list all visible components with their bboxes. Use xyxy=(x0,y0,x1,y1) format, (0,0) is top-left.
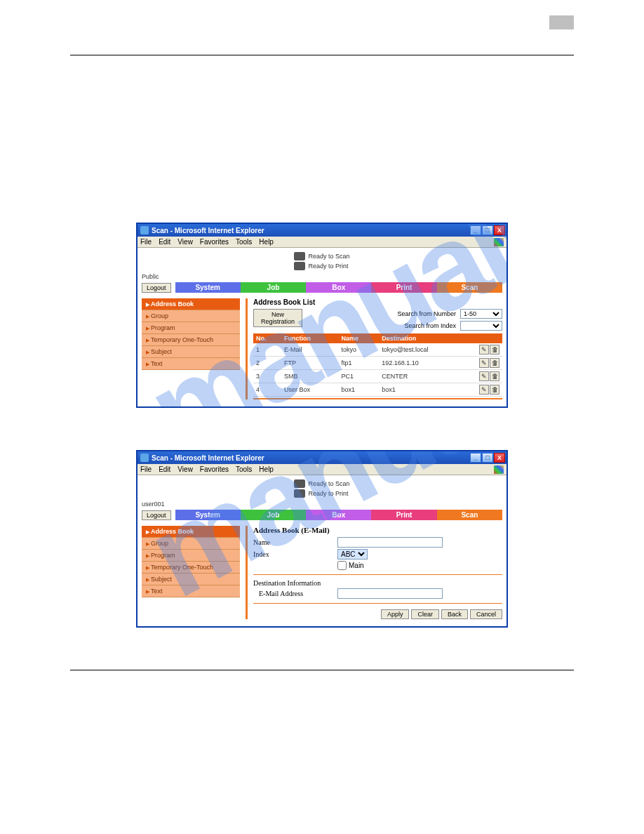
destination-heading: Destination Information xyxy=(253,579,502,587)
new-registration-button[interactable]: New Registration xyxy=(253,309,302,327)
email-input[interactable] xyxy=(337,588,443,599)
sidebar-item-subject[interactable]: Subject xyxy=(142,346,240,358)
col-destination: Destination xyxy=(379,333,471,343)
windows-flag-icon xyxy=(494,465,504,474)
top-rule xyxy=(70,55,574,55)
device-status: Ready to Scan Ready to Print xyxy=(294,252,349,270)
col-name: Name xyxy=(339,333,380,343)
menu-favorites[interactable]: Favorites xyxy=(200,465,229,473)
window-titlebar: Scan - Microsoft Internet Explorer _ □ X xyxy=(137,224,507,237)
delete-icon[interactable]: 🗑 xyxy=(490,385,499,395)
maximize-button[interactable]: □ xyxy=(482,453,493,463)
status-print: Ready to Print xyxy=(308,490,348,497)
search-number-label: Search from Number xyxy=(397,310,456,317)
tab-system[interactable]: System xyxy=(175,282,241,293)
clear-button[interactable]: Clear xyxy=(411,609,439,619)
windows-flag-icon xyxy=(494,238,504,246)
table-row: 3SMBPC1CENTER✎🗑 xyxy=(253,370,502,383)
tab-scan[interactable]: Scan xyxy=(437,282,502,293)
menu-bar: File Edit View Favorites Tools Help xyxy=(137,237,507,248)
name-input[interactable] xyxy=(337,537,443,548)
sidebar-item-text[interactable]: Text xyxy=(142,585,240,597)
delete-icon[interactable]: 🗑 xyxy=(490,345,499,355)
maximize-button[interactable]: □ xyxy=(482,225,493,235)
edit-icon[interactable]: ✎ xyxy=(479,358,489,368)
cancel-button[interactable]: Cancel xyxy=(470,609,502,619)
apply-button[interactable]: Apply xyxy=(381,609,410,619)
sidebar-item-group[interactable]: Group xyxy=(142,538,240,550)
sidebar-item-group[interactable]: Group xyxy=(142,310,240,322)
menu-file[interactable]: File xyxy=(140,238,152,246)
close-button[interactable]: X xyxy=(494,225,505,235)
printer-icon xyxy=(294,262,305,270)
sidebar-item-program[interactable]: Program xyxy=(142,550,240,562)
edit-icon[interactable]: ✎ xyxy=(479,385,489,395)
tab-job[interactable]: Job xyxy=(241,510,306,520)
edit-icon[interactable]: ✎ xyxy=(479,371,489,381)
menu-help[interactable]: Help xyxy=(259,465,274,473)
col-no: No. xyxy=(253,333,281,343)
menu-tools[interactable]: Tools xyxy=(236,238,252,246)
menu-edit[interactable]: Edit xyxy=(159,238,170,246)
sidebar-item-program[interactable]: Program xyxy=(142,322,240,334)
tab-scan[interactable]: Scan xyxy=(437,510,502,520)
menu-tools[interactable]: Tools xyxy=(236,465,252,473)
tab-job[interactable]: Job xyxy=(241,282,306,293)
logout-button[interactable]: Logout xyxy=(142,283,171,293)
status-print: Ready to Print xyxy=(308,263,348,270)
back-button[interactable]: Back xyxy=(441,609,468,619)
tab-box[interactable]: Box xyxy=(306,282,371,293)
form-heading: Address Book (E-Mail) xyxy=(253,526,502,534)
user-label: Public xyxy=(137,273,507,281)
sidebar-item-addressbook[interactable]: Address Book xyxy=(142,526,240,538)
name-label: Name xyxy=(253,538,337,546)
tab-print[interactable]: Print xyxy=(371,510,436,520)
nav-tabs: System Job Box Print Scan xyxy=(175,510,502,520)
sidebar-item-addressbook[interactable]: Address Book xyxy=(142,298,240,310)
logout-button[interactable]: Logout xyxy=(142,510,171,520)
menu-view[interactable]: View xyxy=(177,238,193,246)
menu-help[interactable]: Help xyxy=(259,238,274,246)
scanner-icon xyxy=(294,479,305,488)
screenshot-1: manualshive.com Scan - Microsoft Interne… xyxy=(136,223,508,408)
search-index-select[interactable] xyxy=(460,321,502,331)
ie-icon xyxy=(140,454,149,462)
tab-system[interactable]: System xyxy=(175,510,241,520)
tab-box[interactable]: Box xyxy=(306,510,371,520)
status-scan: Ready to Scan xyxy=(308,480,349,487)
minimize-button[interactable]: _ xyxy=(470,225,481,235)
col-actions xyxy=(471,333,502,343)
status-scan: Ready to Scan xyxy=(308,253,349,260)
edit-icon[interactable]: ✎ xyxy=(479,345,489,355)
sidebar-item-text[interactable]: Text xyxy=(142,358,240,370)
table-row: 2FTPftp1192.168.1.10✎🗑 xyxy=(253,357,502,370)
printer-icon xyxy=(294,489,305,498)
list-heading: Address Book List xyxy=(253,298,502,306)
sidebar-item-temp[interactable]: Temporary One-Touch xyxy=(142,562,240,574)
bottom-rule xyxy=(70,670,574,670)
menu-edit[interactable]: Edit xyxy=(159,465,170,473)
main-label: Main xyxy=(349,562,364,569)
sidebar-item-temp[interactable]: Temporary One-Touch xyxy=(142,334,240,346)
window-title: Scan - Microsoft Internet Explorer xyxy=(152,227,264,234)
search-index-label: Search from Index xyxy=(404,322,456,329)
table-row: 4User Boxbox1box1✎🗑 xyxy=(253,383,502,397)
search-number-select[interactable]: 1-50 xyxy=(460,309,502,319)
tab-print[interactable]: Print xyxy=(371,282,436,293)
sidebar: Address Book Group Program Temporary One… xyxy=(142,298,240,399)
window-titlebar: Scan - Microsoft Internet Explorer _ □ X xyxy=(137,451,507,464)
index-select[interactable]: ABC xyxy=(337,549,368,560)
minimize-button[interactable]: _ xyxy=(470,453,481,463)
menu-file[interactable]: File xyxy=(140,465,152,473)
sidebar-item-subject[interactable]: Subject xyxy=(142,574,240,585)
window-title: Scan - Microsoft Internet Explorer xyxy=(152,454,264,462)
menu-favorites[interactable]: Favorites xyxy=(200,238,229,246)
delete-icon[interactable]: 🗑 xyxy=(490,358,499,368)
delete-icon[interactable]: 🗑 xyxy=(490,371,499,381)
menu-view[interactable]: View xyxy=(177,465,193,473)
window-controls: _ □ X xyxy=(470,225,505,235)
scanner-icon xyxy=(294,252,305,260)
main-checkbox[interactable] xyxy=(337,561,347,570)
page-corner-marker xyxy=(549,15,574,29)
close-button[interactable]: X xyxy=(494,453,505,463)
